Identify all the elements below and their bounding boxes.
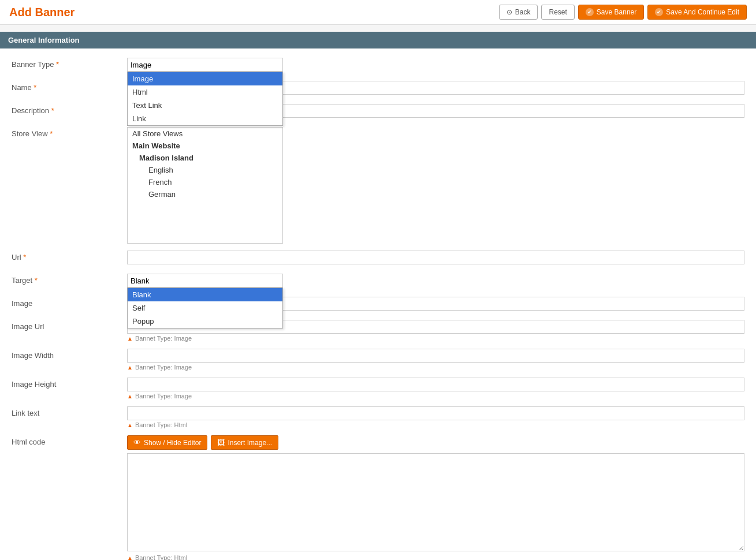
target-control: Blank Self Popup Blank Self Popup bbox=[127, 274, 744, 288]
show-hide-editor-icon: 👁 bbox=[133, 438, 141, 447]
banner-type-required: * bbox=[56, 60, 59, 69]
image-url-hint: ▲ Bannet Type: Image bbox=[127, 335, 192, 342]
target-popup: Blank Self Popup bbox=[127, 288, 283, 328]
back-icon: ⊙ bbox=[507, 8, 512, 16]
name-label: Name * bbox=[12, 81, 127, 92]
section-header: General Information bbox=[0, 32, 756, 48]
store-view-row: Store View * All Store Views Main Websit… bbox=[12, 127, 744, 244]
banner-type-option-textlink[interactable]: Text Link bbox=[128, 99, 282, 112]
store-view-control: All Store Views Main Website Madison Isl… bbox=[127, 127, 744, 244]
banner-type-control: Image Html Text Link Link Image Html Tex… bbox=[127, 58, 744, 72]
description-label: Description * bbox=[12, 104, 127, 115]
image-url-label: Image Url bbox=[12, 320, 127, 331]
banner-type-option-html[interactable]: Html bbox=[128, 85, 282, 99]
banner-type-select[interactable]: Image Html Text Link Link bbox=[127, 58, 283, 72]
save-banner-icon: ✔ bbox=[586, 8, 594, 16]
show-hide-editor-button[interactable]: 👁 Show / Hide Editor bbox=[127, 435, 207, 450]
html-code-hint: ▲ Bannet Type: Html bbox=[127, 554, 187, 560]
banner-type-option-image[interactable]: Image bbox=[128, 72, 282, 85]
html-code-control: 👁 Show / Hide Editor 🖼 Insert Image... bbox=[127, 435, 744, 553]
store-option-madison-island[interactable]: Madison Island bbox=[128, 152, 282, 164]
reset-button[interactable]: Reset bbox=[541, 5, 574, 20]
image-width-hint: ▲ Bannet Type: Image bbox=[127, 364, 192, 371]
link-text-hint: ▲ Bannet Type: Html bbox=[127, 421, 187, 428]
url-label: Url * bbox=[12, 251, 127, 262]
target-option-blank[interactable]: Blank bbox=[128, 288, 282, 301]
page-title: Add Banner bbox=[9, 6, 75, 19]
image-width-label: Image Width bbox=[12, 349, 127, 360]
url-input[interactable] bbox=[127, 251, 744, 264]
image-row: Image bbox=[12, 297, 744, 313]
image-url-row: Image Url ▲ Bannet Type: Image bbox=[12, 320, 744, 342]
store-option-english[interactable]: English bbox=[128, 164, 282, 176]
banner-type-dropdown-wrapper: Image Html Text Link Link Image Html Tex… bbox=[127, 58, 283, 72]
page-header: Add Banner ⊙ Back Reset ✔ Save Banner ✔ … bbox=[0, 0, 756, 25]
image-height-row: Image Height ▲ Bannet Type: Image bbox=[12, 378, 744, 400]
target-option-popup[interactable]: Popup bbox=[128, 315, 282, 328]
url-row: Url * bbox=[12, 251, 744, 267]
editor-buttons: 👁 Show / Hide Editor 🖼 Insert Image... bbox=[127, 435, 744, 450]
store-view-label: Store View * bbox=[12, 127, 127, 138]
link-text-label: Link text bbox=[12, 406, 127, 417]
banner-type-popup: Image Html Text Link Link bbox=[127, 72, 283, 126]
insert-image-icon: 🖼 bbox=[217, 438, 225, 447]
link-text-row: Link text ▲ Bannet Type: Html bbox=[12, 406, 744, 428]
image-height-control bbox=[127, 378, 744, 391]
target-dropdown-wrapper: Blank Self Popup Blank Self Popup bbox=[127, 274, 283, 288]
store-view-list: All Store Views Main Website Madison Isl… bbox=[128, 128, 282, 243]
html-code-label: Html code bbox=[12, 435, 127, 446]
banner-type-label: Banner Type * bbox=[12, 58, 127, 69]
name-row: Name * bbox=[12, 81, 744, 97]
store-option-german[interactable]: German bbox=[128, 188, 282, 200]
image-label: Image bbox=[12, 297, 127, 308]
description-row: Description * bbox=[12, 104, 744, 120]
url-control bbox=[127, 251, 744, 264]
target-row: Target * Blank Self Popup Blank Self Pop… bbox=[12, 274, 744, 290]
html-code-textarea[interactable] bbox=[127, 453, 744, 551]
target-select[interactable]: Blank Self Popup bbox=[127, 274, 283, 288]
link-text-input[interactable] bbox=[127, 406, 744, 420]
image-width-input[interactable] bbox=[127, 349, 744, 363]
store-view-multiselect[interactable]: All Store Views Main Website Madison Isl… bbox=[127, 127, 283, 244]
store-option-all-store-views[interactable]: All Store Views bbox=[128, 128, 282, 140]
target-label: Target * bbox=[12, 274, 127, 285]
image-height-input[interactable] bbox=[127, 378, 744, 391]
link-text-control bbox=[127, 406, 744, 420]
back-button[interactable]: ⊙ Back bbox=[499, 5, 538, 20]
target-option-self[interactable]: Self bbox=[128, 301, 282, 315]
banner-type-row: Banner Type * Image Html Text Link Link … bbox=[12, 58, 744, 74]
store-option-french[interactable]: French bbox=[128, 176, 282, 188]
html-code-row: Html code 👁 Show / Hide Editor 🖼 Insert … bbox=[12, 435, 744, 560]
save-continue-icon: ✔ bbox=[655, 8, 663, 16]
store-option-main-website[interactable]: Main Website bbox=[128, 140, 282, 152]
form-body: Banner Type * Image Html Text Link Link … bbox=[0, 48, 756, 560]
image-width-control bbox=[127, 349, 744, 363]
save-banner-button[interactable]: ✔ Save Banner bbox=[578, 5, 644, 20]
image-width-row: Image Width ▲ Bannet Type: Image bbox=[12, 349, 744, 371]
insert-image-button[interactable]: 🖼 Insert Image... bbox=[211, 435, 278, 450]
header-buttons: ⊙ Back Reset ✔ Save Banner ✔ Save And Co… bbox=[499, 5, 747, 20]
save-continue-button[interactable]: ✔ Save And Continue Edit bbox=[647, 5, 747, 20]
image-height-label: Image Height bbox=[12, 378, 127, 389]
banner-type-option-link[interactable]: Link bbox=[128, 112, 282, 125]
image-height-hint: ▲ Bannet Type: Image bbox=[127, 393, 192, 400]
